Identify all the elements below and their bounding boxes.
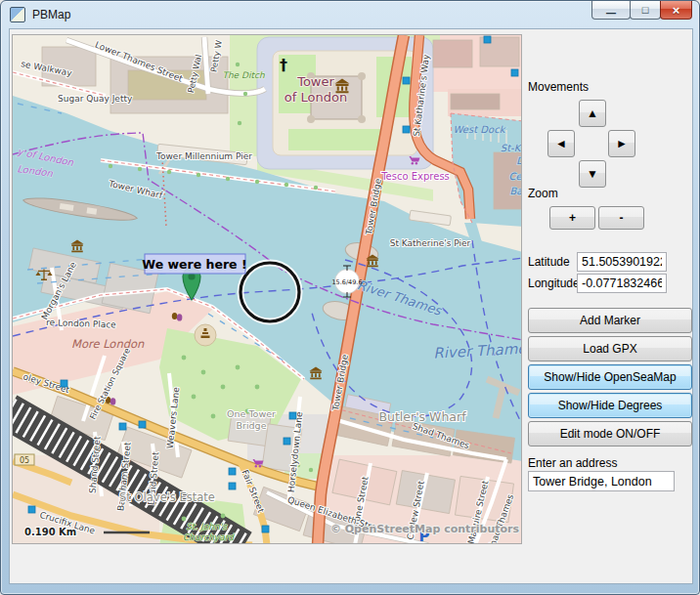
edit-node-handle[interactable] (284, 438, 290, 445)
maximize-button[interactable]: □ (630, 1, 661, 20)
client-area: † P 05 se Walkway Lower Thames Street Pe… (9, 28, 693, 584)
map-label-one-tower-bridge-1: One Tower (227, 408, 276, 419)
move-left-button[interactable]: ◄ (547, 130, 575, 157)
map-label-st-katherines-pier: St Katherine's Pier (390, 238, 471, 248)
zoom-out-button[interactable]: - (598, 206, 644, 230)
map-label-st-johns-1: St. John's (186, 522, 228, 531)
church-cross-icon: † (280, 56, 287, 74)
add-marker-button[interactable]: Add Marker (528, 308, 692, 333)
maximize-icon: □ (642, 4, 649, 16)
edit-node-handle[interactable] (484, 36, 491, 43)
map-label-dock-d: D (516, 155, 522, 166)
toggle-openseamap-button[interactable]: Show/Hide OpenSeaMap (528, 364, 692, 390)
arrow-down-icon: ▼ (587, 167, 598, 181)
zoom-in-button[interactable]: + (549, 206, 595, 230)
map-label-west-dock: West Dock (454, 124, 507, 135)
address-field[interactable] (528, 471, 675, 491)
toggle-degrees-button[interactable]: Show/Hide Degrees (528, 393, 692, 418)
arrow-up-icon: ▲ (587, 106, 598, 120)
map-view[interactable]: † P 05 se Walkway Lower Thames Street Pe… (12, 34, 522, 544)
close-icon: × (673, 3, 680, 18)
map-label-butlers-wharf: Butler's Wharf (378, 409, 466, 424)
app-icon (10, 7, 25, 22)
edit-node-handle[interactable] (511, 69, 518, 76)
longitude-label: Longitude (528, 276, 580, 290)
window-title: PBMap (32, 8, 70, 21)
longitude-field[interactable] (577, 274, 667, 293)
map-label-tower-of-london-1: Tower (296, 74, 334, 89)
title-bar[interactable]: PBMap — □ × (1, 1, 699, 28)
edit-node-handle[interactable] (119, 423, 126, 430)
latitude-label: Latitude (528, 255, 570, 269)
map-label-tower-of-london-2: of London (284, 90, 347, 105)
edit-node-handle[interactable] (289, 412, 296, 419)
edit-node-handle[interactable] (229, 483, 236, 489)
app-window: PBMap — □ × (0, 0, 700, 595)
map-label-st-ka: St-Ka (501, 143, 522, 153)
minimize-button[interactable]: — (591, 1, 631, 20)
map-label-tesco-express: Tesco Express (380, 171, 450, 182)
load-gpx-button[interactable]: Load GPX (528, 336, 692, 361)
edit-node-handle[interactable] (139, 421, 146, 428)
map-marker-tooltip: We were here ! (142, 254, 246, 274)
latitude-field[interactable] (577, 252, 667, 272)
move-right-button[interactable]: ► (608, 130, 635, 157)
map-label-one-tower-bridge-2: Bridge (237, 420, 267, 431)
move-up-button[interactable]: ▲ (579, 100, 606, 127)
close-button[interactable]: × (660, 1, 692, 20)
map-label-dock-ce: Ce (508, 171, 522, 182)
edit-node-handle[interactable] (28, 506, 35, 513)
svg-text:0.190 Km: 0.190 Km (24, 527, 76, 537)
movements-label: Movements (528, 80, 589, 94)
minimize-icon: — (606, 8, 616, 19)
map-attribution: © OpenStreetMap contributors (330, 523, 520, 535)
map-label-st-johns-2: Churchyard (183, 532, 235, 542)
map-label-tower-millennium-pier: Tower Millennium Pier (155, 151, 252, 161)
edit-node-handle[interactable] (403, 77, 410, 84)
address-label: Enter an address (528, 456, 617, 470)
amphitheatre-icon (195, 324, 216, 346)
map-label-more-london: More London (71, 337, 145, 351)
road-shield: 05 (15, 454, 34, 465)
edit-mode-button[interactable]: Edit mode ON/OFF (528, 421, 692, 446)
map-label-dock-ba: Ba (510, 186, 523, 196)
edit-node-handle[interactable] (61, 380, 67, 387)
map-label-the-ditch: The Ditch (222, 70, 265, 80)
svg-text:We were here !: We were here ! (142, 257, 246, 272)
move-down-button[interactable]: ▼ (579, 160, 606, 188)
edit-node-handle[interactable] (229, 468, 236, 475)
zoom-label: Zoom (528, 187, 558, 200)
arrow-left-icon: ◄ (555, 137, 567, 150)
arrow-right-icon: ► (616, 137, 628, 150)
map-label-sugar-quay-jetty: Sugar Quay Jetty (58, 94, 133, 104)
edit-node-handle[interactable] (403, 126, 410, 133)
map-canvas[interactable]: † P 05 se Walkway Lower Thames Street Pe… (13, 35, 522, 544)
svg-text:15.6/49.6: 15.6/49.6 (331, 278, 362, 286)
edit-node-handle[interactable] (262, 526, 269, 532)
map-label-st-olaves-estate: St Olave's Estate (119, 490, 215, 504)
svg-text:05: 05 (20, 456, 29, 465)
